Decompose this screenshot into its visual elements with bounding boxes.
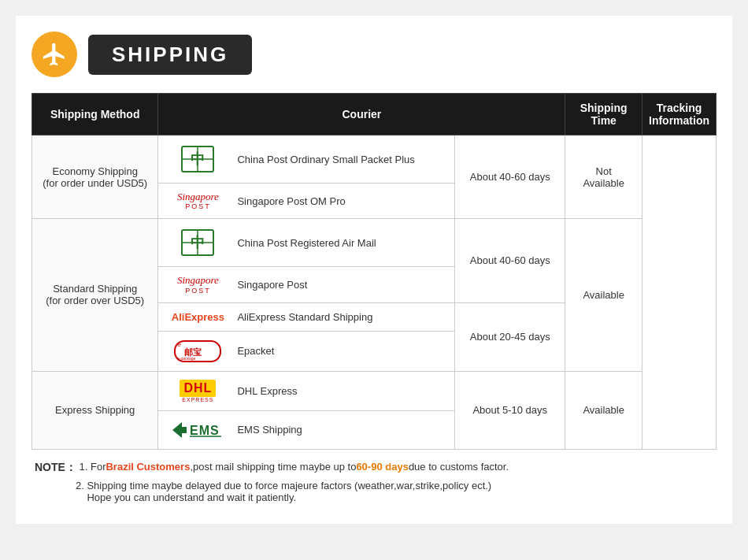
singapore-om-pro-name: Singapore Post OM Pro [237, 195, 345, 207]
courier-singapore-post: Singapore POST Singapore Post [158, 267, 455, 302]
notes-section: NOTE： 1. For Brazil Customers ,post mail… [31, 461, 717, 503]
note-2-text: 2. Shipping time maybe delayed due to fo… [76, 480, 491, 503]
table-row: Express Shipping DHL EXPRESS DHL Express [32, 371, 717, 410]
col-time: Shipping Time [565, 94, 642, 135]
china-post-logo: 中 [166, 143, 229, 175]
courier-singapore-om: Singapore POST Singapore Post OM Pro [158, 184, 455, 219]
airplane-icon-circle [31, 32, 77, 77]
tracking-express: Available [565, 371, 642, 449]
days-highlight: 60-90 days [356, 461, 409, 473]
ems-logo: EMS [166, 419, 229, 441]
aliexpress-standard-name: AliExpress Standard Shipping [237, 311, 372, 323]
singapore-post-name: Singapore Post [237, 279, 307, 291]
epacket-icon: e 邮宝 e-package [174, 339, 221, 363]
china-post-icon-2: 中 [179, 227, 217, 258]
courier-aliexpress: AliExpress AliExpress Standard Shipping [158, 302, 455, 331]
method-express: Express Shipping [32, 371, 158, 449]
ems-shipping-name: EMS Shipping [237, 424, 302, 436]
china-post-logo-2: 中 [166, 227, 229, 258]
col-tracking: TrackingInformation [642, 94, 717, 135]
time-standard-2: About 20-45 days [455, 302, 565, 371]
note-1-line: NOTE： 1. For Brazil Customers ,post mail… [35, 461, 713, 475]
epacket-logo: e 邮宝 e-package [166, 339, 229, 363]
china-post-ordinary-name: China Post Ordinary Small Packet Plus [237, 154, 414, 165]
svg-text:EMS: EMS [190, 424, 220, 437]
dhl-logo: DHL EXPRESS [166, 380, 229, 402]
courier-epacket: e 邮宝 e-package Epacket [158, 331, 455, 371]
note-1-mid: ,post mail shipping time maybe up to [190, 461, 356, 473]
courier-china-post-small: 中 China Post Ordinary Small Packet Plus [158, 135, 455, 184]
page-title: SHIPPING [112, 43, 228, 66]
header-section: SHIPPING [31, 32, 717, 77]
brazil-customers-highlight: Brazil Customers [106, 461, 190, 473]
china-post-registered-name: China Post Registered Air Mail [237, 237, 376, 249]
dhl-express-name: DHL Express [237, 385, 297, 397]
courier-dhl: DHL EXPRESS DHL Express [158, 371, 455, 410]
col-courier: Courier [158, 94, 565, 135]
table-row: Standard Shipping(for order over USD5) 中 [32, 219, 717, 267]
time-economy: About 40-60 days [455, 135, 565, 219]
courier-ems: EMS EMS Shipping [158, 410, 455, 449]
aliexpress-logo: AliExpress [166, 311, 229, 323]
time-standard-1: About 40-60 days [455, 219, 565, 302]
note-1-suffix: due to customs factor. [409, 461, 509, 473]
notes-title: NOTE： [35, 461, 76, 475]
courier-china-post-registered: 中 China Post Registered Air Mail [158, 219, 455, 267]
time-express: About 5-10 days [455, 371, 565, 449]
airplane-icon [41, 41, 68, 68]
table-header-row: Shipping Method Courier Shipping Time Tr… [32, 94, 717, 135]
note-1-prefix: 1. For [76, 461, 106, 473]
epacket-name: Epacket [237, 345, 274, 357]
tracking-standard: Available [565, 219, 642, 371]
svg-text:e: e [178, 342, 181, 347]
note-2-line: 2. Shipping time maybe delayed due to fo… [35, 480, 713, 503]
svg-marker-12 [172, 422, 187, 438]
method-economy: Economy Shipping(for order under USD5) [32, 135, 158, 219]
tracking-economy: NotAvailable [565, 135, 642, 219]
method-standard: Standard Shipping(for order over USD5) [32, 219, 158, 371]
china-post-icon: 中 [179, 143, 217, 175]
table-row: Economy Shipping(for order under USD5) 中 [32, 135, 717, 184]
main-container: SHIPPING Shipping Method Courier Shippin… [16, 16, 732, 524]
col-method: Shipping Method [32, 94, 158, 135]
header-title-box: SHIPPING [88, 35, 252, 75]
shipping-table: Shipping Method Courier Shipping Time Tr… [31, 93, 717, 450]
ems-icon: EMS [172, 419, 224, 441]
singapore-post-logo-2: Singapore POST [166, 275, 229, 294]
svg-text:e-package: e-package [177, 356, 196, 361]
singapore-post-logo-1: Singapore POST [166, 191, 229, 210]
